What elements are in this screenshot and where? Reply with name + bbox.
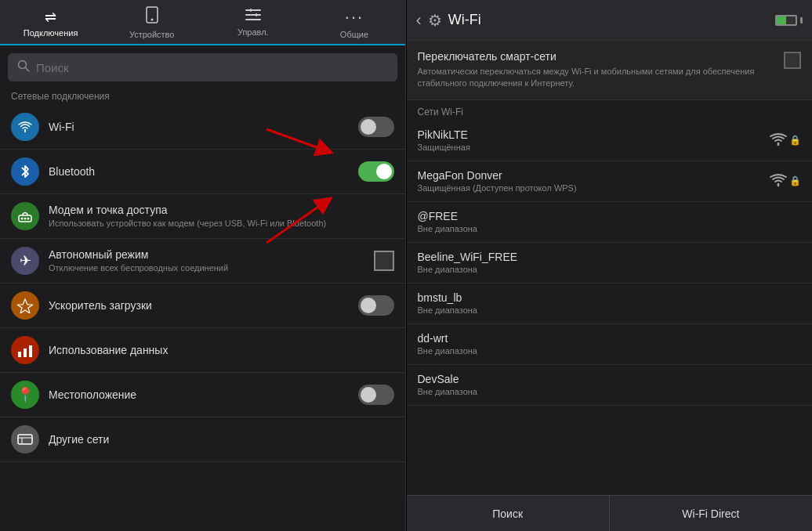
airplane-item-subtitle: Отключение всех беспроводных соединений [49, 262, 368, 273]
general-icon: ··· [345, 7, 364, 27]
airplane-item-text: Автономный режим Отключение всех беспров… [49, 248, 368, 273]
tab-connections[interactable]: ⇌ Подключения [0, 0, 101, 45]
data-item-title: Использование данных [49, 344, 394, 356]
battery-fill [777, 16, 786, 24]
svg-rect-5 [250, 9, 252, 12]
location-item-title: Местоположение [49, 388, 352, 401]
data-item-text: Использование данных [49, 344, 394, 356]
free-status: Вне диапазона [418, 224, 802, 233]
free-name: @FREE [418, 210, 802, 222]
search-input[interactable] [36, 61, 388, 74]
wifi-bottom-bar: Поиск Wi-Fi Direct [407, 495, 813, 531]
ddwrt-text: dd-wrt Вне диапазона [418, 332, 802, 356]
tab-device-label: Устройство [129, 30, 175, 39]
bmstu-name: bmstu_lb [418, 291, 802, 304]
svg-rect-3 [245, 14, 261, 16]
svg-rect-17 [18, 435, 32, 444]
tab-device[interactable]: Устройство [101, 0, 202, 44]
wifi-header-title: Wi-Fi [448, 12, 775, 28]
wifi-direct-button[interactable]: Wi-Fi Direct [610, 496, 812, 531]
svg-line-8 [26, 68, 30, 72]
settings-item-other[interactable]: Другие сети [0, 417, 405, 462]
free-text: @FREE Вне диапазона [418, 210, 802, 233]
svg-rect-6 [256, 13, 257, 16]
settings-item-bluetooth[interactable]: Bluetooth [0, 150, 405, 194]
devsale-status: Вне диапазона [418, 387, 802, 396]
ddwrt-status: Вне диапазона [418, 346, 802, 356]
wifi-item-beeline[interactable]: Beeline_WiFi_FREE Вне диапазона [407, 243, 813, 284]
airplane-checkbox[interactable] [374, 251, 394, 271]
wifi-item-free[interactable]: @FREE Вне диапазона [407, 202, 813, 243]
smart-network-desc: Автоматически переключаться между Wi-Fi … [418, 66, 775, 90]
devsale-name: DevSale [418, 373, 802, 385]
beeline-text: Beeline_WiFi_FREE Вне диапазона [418, 251, 802, 274]
wifi-item-bmstu[interactable]: bmstu_lb Вне диапазона [407, 284, 813, 324]
wifi-search-button[interactable]: Поиск [407, 496, 610, 531]
svg-rect-15 [24, 349, 27, 357]
piknik-name: PikNikLTE [418, 128, 770, 141]
megafon-status: Защищённая (Доступен протокол WPS) [418, 183, 770, 193]
turbo-toggle[interactable] [358, 295, 394, 316]
modem-item-icon [11, 202, 39, 230]
smart-network-section: Переключатель смарт-сети Автоматически п… [407, 41, 813, 100]
settings-item-airplane[interactable]: ✈ Автономный режим Отключение всех беспр… [0, 239, 405, 284]
settings-item-wifi[interactable]: Wi-Fi [0, 105, 405, 150]
devsale-text: DevSale Вне диапазона [418, 373, 802, 396]
tab-manage[interactable]: Управл. [202, 0, 303, 44]
piknik-status: Защищённая [418, 143, 770, 152]
smart-network-text: Переключатель смарт-сети Автоматически п… [418, 50, 775, 90]
tab-connections-label: Подключения [24, 28, 78, 38]
bmstu-status: Вне диапазона [418, 305, 802, 315]
location-item-text: Местоположение [49, 388, 352, 401]
bluetooth-item-title: Bluetooth [49, 165, 352, 178]
search-icon [17, 60, 30, 75]
beeline-status: Вне диапазона [418, 265, 802, 274]
device-icon [145, 6, 159, 27]
tab-general[interactable]: ··· Общие [303, 0, 404, 44]
piknik-lock-icon: 🔒 [789, 135, 801, 146]
wifi-item-devsale[interactable]: DevSale Вне диапазона [407, 365, 813, 406]
wifi-networks-list: PikNikLTE Защищённая 🔒 MegaFon Donver За… [407, 121, 813, 495]
piknik-signal: 🔒 [769, 132, 801, 149]
wifi-item-ddwrt[interactable]: dd-wrt Вне диапазона [407, 324, 813, 365]
svg-point-12 [27, 218, 30, 220]
wifi-item-megafon[interactable]: MegaFon Donver Защищённая (Доступен прот… [407, 161, 813, 202]
svg-rect-4 [245, 19, 261, 20]
airplane-item-icon: ✈ [11, 247, 39, 275]
wifi-item-piknik[interactable]: PikNikLTE Защищённая 🔒 [407, 121, 813, 161]
settings-item-turbo[interactable]: Ускоритель загрузки [0, 284, 405, 328]
wifi-toggle[interactable] [358, 117, 394, 137]
svg-rect-16 [29, 345, 32, 357]
wifi-section-label: Сети Wi-Fi [407, 100, 813, 121]
tab-general-label: Общие [340, 30, 368, 39]
other-item-title: Другие сети [49, 433, 394, 446]
bluetooth-toggle-container[interactable] [358, 161, 394, 182]
svg-point-10 [21, 218, 24, 220]
settings-item-location[interactable]: 📍 Местоположение [0, 373, 405, 417]
tab-manage-label: Управл. [237, 27, 269, 37]
bmstu-text: bmstu_lb Вне диапазона [418, 291, 802, 315]
manage-icon [245, 9, 261, 25]
settings-item-data[interactable]: Использование данных [0, 328, 405, 373]
battery-tip [800, 17, 803, 23]
airplane-toggle-container[interactable] [374, 251, 394, 271]
back-icon[interactable]: ‹ [416, 10, 422, 31]
location-toggle[interactable] [358, 385, 394, 405]
wifi-item-title: Wi-Fi [49, 121, 352, 133]
svg-rect-2 [245, 9, 261, 11]
wifi-item-icon [11, 113, 39, 141]
turbo-toggle-container[interactable] [358, 295, 394, 316]
bluetooth-toggle[interactable] [358, 161, 394, 182]
bluetooth-item-text: Bluetooth [49, 165, 352, 178]
search-bar[interactable] [8, 53, 397, 81]
settings-item-modem[interactable]: Модем и точка доступа Использовать устро… [0, 194, 405, 239]
svg-point-1 [150, 19, 153, 21]
ddwrt-name: dd-wrt [418, 332, 802, 345]
smart-network-checkbox[interactable] [784, 52, 801, 69]
battery-indicator [775, 15, 803, 26]
wifi-item-text: Wi-Fi [49, 121, 352, 133]
location-toggle-container[interactable] [358, 385, 394, 405]
wifi-toggle-container[interactable] [358, 117, 394, 137]
top-nav: ⇌ Подключения Устройство [0, 0, 405, 45]
battery-box [775, 15, 797, 26]
